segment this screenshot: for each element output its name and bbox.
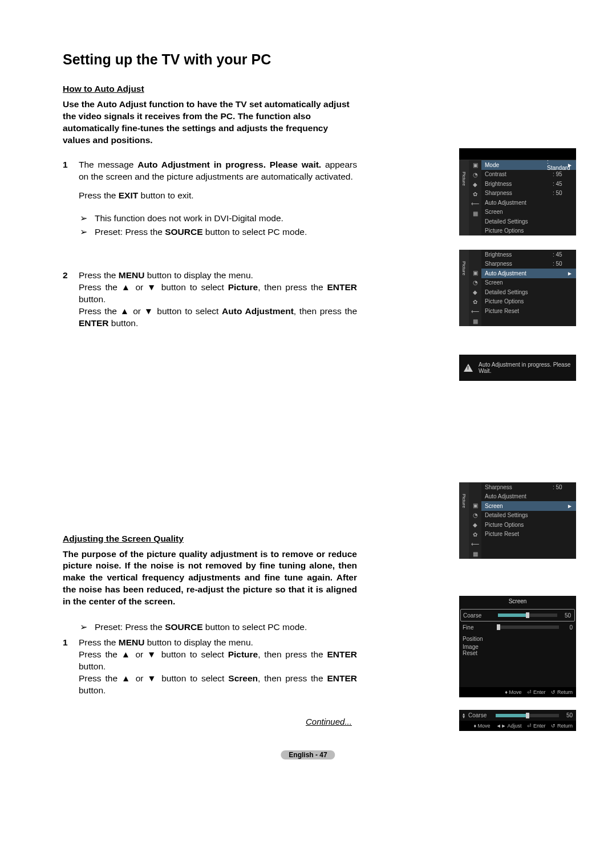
sound-icon: ◔ [469, 510, 481, 520]
text-bold: Picture [228, 649, 258, 659]
slider-label: Image Reset [463, 644, 494, 656]
footer-hint: ♦ Move [474, 723, 491, 729]
warning-text: Auto Adjustment in progress. Please Wait… [479, 361, 572, 374]
app-icon: ▦ [469, 549, 481, 559]
section-auto-adjust: How to Auto Adjust Use the Auto Adjust f… [63, 84, 357, 330]
text: , then press the [258, 649, 327, 659]
sound-icon: ◔ [469, 170, 481, 180]
osd-row-label: Detailed Settings [485, 512, 573, 518]
osd-picture-mode: Picture ▣ ◔ ◆ ✿ ⟵ ▦ Mode: Standard►Contr… [459, 148, 576, 235]
osd-row[interactable]: Contrast: 95 [481, 170, 576, 180]
slider-value: 50 [561, 612, 571, 619]
text: Press the ▲ or ▼ button to select [79, 649, 228, 659]
osd-row[interactable]: Sharpness: 50 [481, 259, 576, 269]
text: , then press the [294, 306, 357, 316]
text: button to display the menu. [144, 637, 253, 647]
step-number: 2 [63, 270, 71, 330]
text-bold: Screen [228, 673, 258, 683]
setup-icon: ✿ [469, 189, 481, 199]
text-bold: EXIT [119, 190, 138, 200]
note-arrow-icon: ➢ [80, 620, 90, 633]
warning-icon [464, 364, 473, 372]
text: button to exit. [138, 190, 193, 200]
picture-icon: ▣ [469, 268, 481, 278]
text: Press the [79, 190, 119, 200]
osd-row[interactable]: Detailed Settings [481, 217, 576, 226]
arrow-right-icon: ► [567, 503, 573, 509]
osd-row[interactable]: Brightness: 45 [481, 179, 576, 189]
panel-footer: ♦ Move◄► Adjust⏎ Enter↺ Return [459, 721, 576, 731]
note-text: Preset: Press the SOURCE button to selec… [95, 620, 307, 633]
text: The message [79, 160, 137, 169]
osd-auto-adjustment: Picture ▣ ◔ ◆ ✿ ⟵ ▦ Brightness: 45Sharpn… [459, 250, 576, 326]
osd-row[interactable]: Auto Adjustment [481, 198, 576, 208]
osd-row[interactable]: Auto Adjustment► [481, 269, 576, 278]
text-bold: Auto Adjustment [222, 306, 294, 316]
subheading-auto-adjust: How to Auto Adjust [63, 84, 357, 94]
note-list: ➢This function does not work in DVI-Digi… [80, 212, 357, 238]
screen-row[interactable]: Coarse50 [460, 609, 575, 621]
text-bold: ENTER [79, 318, 109, 328]
osd-row[interactable]: Picture Options [481, 297, 576, 307]
text: Press the ▲ or ▼ button to select [79, 306, 222, 316]
osd-row-label: Sharpness [485, 261, 553, 267]
slider[interactable] [497, 625, 559, 629]
screen-row[interactable]: Position [459, 633, 576, 644]
osd-content: Brightness: 45Sharpness: 50Auto Adjustme… [481, 250, 576, 326]
osd-row[interactable]: Mode: Standard► [481, 160, 576, 170]
osd-row[interactable]: Sharpness: 50 [481, 189, 576, 198]
channel-icon: ◆ [469, 520, 481, 530]
osd-row[interactable]: Screen► [481, 501, 576, 511]
osd-row-label: Auto Adjustment [485, 270, 567, 277]
osd-row-label: Picture Reset [485, 531, 573, 537]
osd-row[interactable]: Brightness: 45 [481, 250, 576, 259]
text: , then press the [258, 282, 327, 292]
osd-row[interactable]: Picture Reset [481, 306, 576, 316]
osd-row[interactable]: Detailed Settings [481, 511, 576, 521]
text: , then press the [258, 673, 327, 683]
setup-icon: ✿ [469, 297, 481, 307]
text-bold: Auto Adjustment in progress. Please wait… [137, 160, 321, 169]
channel-icon: ◆ [469, 287, 481, 297]
footer-hint: ↺ Return [551, 723, 573, 729]
osd-row-label: Brightness [485, 181, 553, 187]
osd-row[interactable]: Picture Options [481, 520, 576, 530]
osd-row-label: Screen [485, 209, 573, 215]
slider-label: Coarse [463, 612, 495, 619]
step-number: 1 [63, 159, 71, 202]
slider-value: 0 [562, 624, 573, 631]
osd-icon-column: ▣ ◔ ◆ ✿ ⟵ ▦ [469, 250, 481, 326]
osd-row[interactable]: Picture Options [481, 226, 576, 236]
intro-text: Use the Auto Adjust function to have the… [63, 99, 357, 147]
sound-icon: ◔ [469, 278, 481, 287]
osd-row[interactable]: Screen [481, 208, 576, 217]
osd-row[interactable]: Auto Adjustment [481, 492, 576, 502]
slider-label: Coarse [468, 712, 492, 718]
setup-icon: ✿ [469, 530, 481, 539]
note-list: ➢Preset: Press the SOURCE button to sele… [80, 620, 357, 633]
osd-row[interactable]: Screen [481, 278, 576, 288]
osd-row-label: Auto Adjustment [485, 200, 573, 206]
osd-row-label: Sharpness [485, 484, 553, 490]
text-bold: ENTER [327, 282, 357, 292]
osd-row[interactable]: Sharpness: 50 [481, 482, 576, 492]
osd-row[interactable]: Detailed Settings [481, 287, 576, 297]
text-bold: MENU [119, 270, 145, 280]
coarse-slider[interactable] [496, 714, 559, 717]
osd-side-label: Picture [461, 494, 467, 508]
screen-row[interactable]: Fine0 [459, 621, 576, 633]
input-icon: ⟵ [469, 539, 481, 549]
osd-row[interactable]: Picture Reset [481, 530, 576, 539]
osd-row-value: : 95 [553, 171, 573, 177]
osd-side-label: Picture [461, 261, 467, 275]
screen-row[interactable]: Image Reset [459, 644, 576, 656]
osd-icon-column: ▣ ◔ ◆ ✿ ⟵ ▦ [469, 482, 481, 559]
text: Press the ▲ or ▼ button to select [79, 282, 228, 292]
page-title: Setting up the TV with your PC [63, 51, 566, 68]
slider[interactable] [498, 614, 557, 617]
osd-row-label: Picture Reset [485, 308, 573, 314]
text: Press the [79, 270, 119, 280]
osd-row-label: Picture Options [485, 228, 573, 234]
osd-coarse: ▴▾ Coarse 50 ♦ Move◄► Adjust⏎ Enter↺ Ret… [459, 710, 576, 731]
osd-row-label: Detailed Settings [485, 218, 573, 225]
